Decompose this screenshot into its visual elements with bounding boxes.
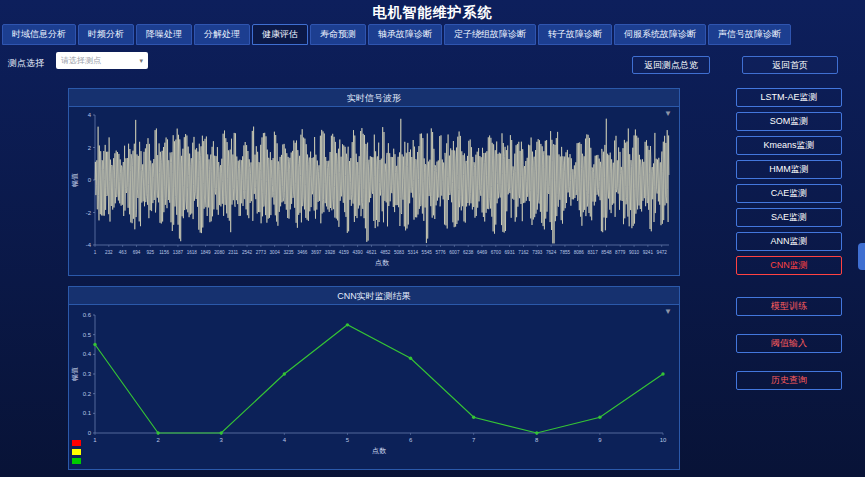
svg-text:6931: 6931 — [505, 250, 516, 255]
svg-text:7855: 7855 — [560, 250, 571, 255]
svg-text:2542: 2542 — [242, 250, 253, 255]
svg-text:0.6: 0.6 — [83, 312, 92, 318]
svg-text:10: 10 — [660, 437, 667, 443]
svg-text:8317: 8317 — [587, 250, 598, 255]
svg-text:2080: 2080 — [214, 250, 225, 255]
save-image-icon[interactable]: ▼ — [664, 308, 672, 316]
cnn-result-panel: CNN实时监测结果 ▼ 00.10.20.30.40.50.6123456789… — [68, 286, 680, 470]
svg-text:1: 1 — [94, 250, 97, 255]
svg-text:6: 6 — [409, 437, 413, 443]
action-button-1[interactable]: 模型训练 — [736, 297, 842, 316]
tab-3[interactable]: 降噪处理 — [136, 24, 192, 45]
legend-swatch-2 — [72, 449, 81, 455]
back-overview-button[interactable]: 返回测点总览 — [632, 56, 710, 74]
svg-text:5: 5 — [346, 437, 350, 443]
svg-text:4621: 4621 — [366, 250, 377, 255]
svg-text:5545: 5545 — [422, 250, 433, 255]
model-button-7[interactable]: ANN监测 — [736, 232, 842, 251]
cnn-result-chart: 00.10.20.30.40.50.612345678910点数幅值 — [69, 305, 679, 469]
tab-1[interactable]: 时域信息分析 — [2, 24, 76, 45]
svg-text:8548: 8548 — [601, 250, 612, 255]
waveform-panel: 实时信号波形 ▼ 420-2-4123246369492511561387161… — [68, 88, 680, 276]
svg-text:0: 0 — [88, 430, 92, 436]
tab-10[interactable]: 伺服系统故障诊断 — [614, 24, 706, 45]
svg-text:9472: 9472 — [657, 250, 668, 255]
model-button-5[interactable]: CAE监测 — [736, 184, 842, 203]
svg-text:8779: 8779 — [615, 250, 626, 255]
tab-bar: 时域信息分析时频分析降噪处理分解处理健康评估寿命预测轴承故障诊断定子绕组故障诊断… — [2, 24, 863, 45]
svg-text:-4: -4 — [86, 242, 92, 248]
tab-8[interactable]: 定子绕组故障诊断 — [444, 24, 536, 45]
svg-text:7393: 7393 — [532, 250, 543, 255]
waveform-chart: 420-2-4123246369492511561387161818492080… — [69, 107, 679, 275]
cnn-panel-title: CNN实时监测结果 — [69, 287, 679, 305]
svg-text:5314: 5314 — [408, 250, 419, 255]
svg-text:9241: 9241 — [643, 250, 654, 255]
tab-5[interactable]: 健康评估 — [252, 24, 308, 45]
svg-text:0.5: 0.5 — [83, 332, 92, 338]
svg-text:3235: 3235 — [283, 250, 294, 255]
svg-text:694: 694 — [133, 250, 141, 255]
svg-text:1618: 1618 — [187, 250, 198, 255]
svg-text:8: 8 — [535, 437, 539, 443]
svg-text:6007: 6007 — [449, 250, 460, 255]
waveform-panel-title: 实时信号波形 — [69, 89, 679, 107]
tab-11[interactable]: 声信号故障诊断 — [708, 24, 791, 45]
app-title: 电机智能维护系统 — [0, 0, 865, 24]
svg-text:9010: 9010 — [629, 250, 640, 255]
svg-text:3466: 3466 — [297, 250, 308, 255]
tab-7[interactable]: 轴承故障诊断 — [368, 24, 442, 45]
svg-text:6469: 6469 — [477, 250, 488, 255]
svg-text:7624: 7624 — [546, 250, 557, 255]
svg-text:2311: 2311 — [228, 250, 238, 255]
svg-text:5776: 5776 — [435, 250, 446, 255]
svg-text:6238: 6238 — [463, 250, 474, 255]
svg-text:1156: 1156 — [159, 250, 169, 255]
svg-text:1387: 1387 — [173, 250, 184, 255]
svg-text:1: 1 — [93, 437, 97, 443]
tab-4[interactable]: 分解处理 — [194, 24, 250, 45]
svg-text:3697: 3697 — [311, 250, 322, 255]
svg-text:7: 7 — [472, 437, 476, 443]
svg-text:925: 925 — [146, 250, 154, 255]
svg-text:0: 0 — [88, 177, 92, 183]
back-home-button[interactable]: 返回首页 — [742, 56, 838, 74]
svg-text:8086: 8086 — [574, 250, 585, 255]
model-button-1[interactable]: LSTM-AE监测 — [736, 88, 842, 107]
tab-9[interactable]: 转子故障诊断 — [538, 24, 612, 45]
drawer-handle[interactable] — [858, 243, 865, 270]
svg-text:3928: 3928 — [325, 250, 336, 255]
save-image-icon[interactable]: ▼ — [664, 110, 672, 118]
svg-text:0.3: 0.3 — [83, 371, 92, 377]
legend-swatch-1 — [72, 440, 81, 446]
tab-6[interactable]: 寿命预测 — [310, 24, 366, 45]
model-button-2[interactable]: SOM监测 — [736, 112, 842, 131]
point-select-dropdown[interactable]: 请选择测点 ▾ — [56, 52, 148, 69]
svg-text:4390: 4390 — [352, 250, 363, 255]
app-root: 电机智能维护系统 时域信息分析时频分析降噪处理分解处理健康评估寿命预测轴承故障诊… — [0, 0, 865, 477]
action-button-3[interactable]: 历史查询 — [736, 371, 842, 390]
action-button-2[interactable]: 阈值输入 — [736, 334, 842, 353]
model-button-4[interactable]: HMM监测 — [736, 160, 842, 179]
svg-text:463: 463 — [119, 250, 127, 255]
model-button-8[interactable]: CNN监测 — [736, 256, 842, 275]
svg-text:7162: 7162 — [518, 250, 529, 255]
model-button-3[interactable]: Kmeans监测 — [736, 136, 842, 155]
point-select-label: 测点选择 — [8, 57, 44, 70]
svg-text:4159: 4159 — [339, 250, 350, 255]
svg-text:6700: 6700 — [491, 250, 502, 255]
chevron-down-icon: ▾ — [139, 57, 143, 65]
status-legend — [72, 440, 81, 464]
svg-text:2: 2 — [88, 145, 92, 151]
svg-text:4: 4 — [88, 112, 92, 118]
svg-text:0.1: 0.1 — [83, 410, 92, 416]
svg-text:4: 4 — [283, 437, 287, 443]
tab-2[interactable]: 时频分析 — [78, 24, 134, 45]
model-button-list: LSTM-AE监测SOM监测Kmeans监测HMM监测CAE监测SAE监测ANN… — [736, 88, 842, 275]
svg-text:点数: 点数 — [372, 447, 387, 455]
model-button-6[interactable]: SAE监测 — [736, 208, 842, 227]
point-select-placeholder: 请选择测点 — [61, 55, 101, 66]
svg-text:1849: 1849 — [200, 250, 211, 255]
svg-text:2773: 2773 — [256, 250, 267, 255]
svg-text:-2: -2 — [86, 210, 92, 216]
